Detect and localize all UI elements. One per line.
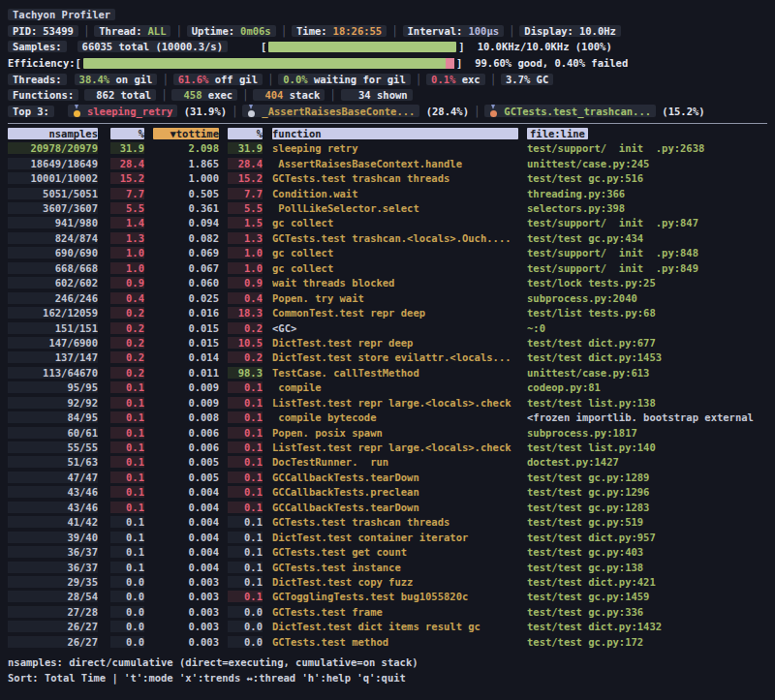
file-line-cell: test/support/__init__.py:849 (527, 262, 767, 274)
column-header-total-pct[interactable]: % (228, 128, 263, 139)
stat-segment: 404 stack (253, 89, 325, 101)
samples-progress-bar (268, 42, 456, 52)
total-pct-cell: 0.4 (228, 292, 263, 304)
nsamples-cell: 60/61 (8, 427, 98, 439)
top3-percent: (15.2%) (656, 106, 705, 117)
table-row: 28/540.00.0030.1GCTogglingTests.test_bug… (0, 590, 775, 604)
direct-pct-cell: 0.0 (110, 621, 144, 632)
direct-pct-cell: 0.1 (110, 546, 144, 558)
function-cell: GCTests.test_method (272, 636, 518, 648)
column-header-function[interactable]: function (272, 128, 518, 139)
top3-percent: (31.9%) (177, 106, 227, 117)
total-pct-cell: 10.5 (228, 337, 263, 349)
total-pct-cell: 31.9 (228, 142, 263, 154)
stat-text: off gil (208, 74, 258, 85)
nsamples-cell: 151/151 (8, 322, 98, 334)
nsamples-cell: 690/690 (8, 247, 98, 259)
medal-gold-icon (73, 105, 81, 117)
samples-rate: 10.0KHz/10.0KHz (100%) (478, 41, 612, 52)
total-pct-cell: 1.0 (228, 247, 263, 259)
interval-value: 100µs (468, 25, 499, 37)
nsamples-cell: 95/95 (8, 381, 98, 393)
function-cell: Condition.wait (272, 188, 518, 199)
function-cell: GCTests.test_trashcan_threads (272, 172, 518, 184)
efficiency-line: Efficiency: [ ] 99.60% good, 0.40% faile… (8, 55, 767, 72)
total-pct-cell: 15.2 (228, 172, 263, 184)
total-pct-cell: 0.2 (228, 322, 263, 334)
stat-segment: 862 total (84, 89, 156, 101)
stat-text: shown (371, 89, 408, 101)
table-row: 26/270.00.0030.0GCTests.test_methodtest/… (0, 634, 775, 649)
nsamples-cell: 137/147 (8, 351, 98, 363)
total-pct-cell: 0.1 (228, 397, 263, 409)
tottime-cell: 2.098 (153, 142, 219, 154)
nsamples-cell: 941/980 (8, 217, 98, 228)
file-line-cell: test/test_gc.py:519 (527, 516, 767, 528)
table-row: 26/270.00.0030.0DictTest.test_dict_items… (0, 620, 775, 634)
app-title: Tachyon Profiler (8, 9, 115, 20)
stat-text: exec (202, 89, 232, 101)
file-line-cell: test/test_dict.py:421 (527, 576, 767, 588)
tottime-cell: 0.016 (153, 307, 219, 319)
direct-pct-cell: 1.0 (110, 247, 144, 259)
separator: │ (416, 74, 421, 85)
file-line-cell: <frozen importlib._bootstrap_external (527, 411, 767, 423)
function-cell: DictTest.test_store_evilattr.<locals... (272, 351, 518, 363)
direct-pct-cell: 0.1 (110, 397, 144, 409)
functions-segments: 862 total│458 exec│404 stack│34 shown (84, 89, 412, 101)
horizontal-divider (8, 123, 767, 124)
medal-silver-icon (247, 105, 256, 117)
column-header-file-line[interactable]: file:line (527, 128, 767, 139)
footer-legend: nsamples: direct/cumulative (direct=exec… (8, 654, 775, 670)
separator: │ (281, 25, 287, 37)
threads-line: Threads: 38.4% on gil│61.6% off gil│0.0%… (8, 71, 767, 87)
separator: │ (232, 106, 237, 117)
nsamples-cell: 92/92 (8, 397, 98, 409)
samples-label: Samples: (8, 41, 67, 52)
total-pct-cell: 0.0 (228, 606, 263, 618)
function-cell: DictTest.test_dict_items_result_gc (272, 621, 518, 632)
file-line-cell: test/support/__init__.py:847 (527, 217, 767, 228)
nsamples-cell: 162/12059 (8, 307, 98, 319)
tottime-cell: 0.505 (153, 188, 219, 199)
top3-items: sleeping_retry (31.9%)│_AssertRaisesBase… (68, 105, 705, 117)
file-line-cell: test/test_dict.py:1432 (527, 621, 767, 632)
total-pct-cell: 7.7 (228, 188, 263, 199)
efficiency-summary: 99.60% good, 0.40% failed (475, 57, 628, 69)
efficiency-progress-bar (83, 58, 454, 69)
pid-value: 53499 (43, 25, 74, 37)
table-row: 113/646700.20.01198.3TestCase._callTestM… (0, 365, 775, 380)
table-row: 137/1470.20.0140.2DictTest.test_store_ev… (0, 350, 775, 365)
total-pct-cell: 0.1 (228, 546, 263, 558)
functions-line: Functions: 862 total│458 exec│404 stack│… (8, 87, 767, 104)
function-cell: DocTestRunner.__run (272, 456, 518, 468)
function-cell: gc_collect (272, 217, 518, 228)
file-line-cell: test/lock_tests.py:25 (527, 277, 767, 289)
thread-field[interactable]: Thread:ALL (94, 25, 170, 37)
file-line-cell: test/test_gc.py:138 (527, 562, 767, 573)
table-row: 92/920.10.0090.1ListTest.test_repr_large… (0, 395, 775, 410)
table-row: 29/350.00.0030.1DictTest.test_copy_fuzzt… (0, 574, 775, 589)
separator: │ (509, 25, 514, 37)
direct-pct-cell: 0.0 (110, 591, 144, 602)
function-cell: <GC> (272, 322, 518, 334)
column-header-direct-pct[interactable]: % (110, 128, 144, 139)
top3-function-name: sleeping_retry (87, 106, 173, 117)
direct-pct-cell: 0.2 (110, 322, 144, 334)
tottime-cell: 0.004 (153, 502, 219, 513)
function-cell: DictTest.test_repr_deep (272, 337, 518, 349)
threads-label: Threads: (8, 74, 67, 85)
total-pct-cell: 0.1 (228, 532, 263, 543)
column-header-nsamples[interactable]: nsamples (8, 128, 98, 139)
summary-panel: Tachyon Profiler PID:53499 │ Thread:ALL … (0, 0, 775, 119)
function-cell: GCCallbackTests.preclean (272, 486, 518, 498)
direct-pct-cell: 1.0 (110, 262, 144, 274)
stat-segment: 3.7% GC (501, 74, 553, 85)
stat-text: GC (530, 74, 548, 85)
tottime-cell: 1.865 (153, 158, 219, 169)
tottime-cell: 0.005 (153, 456, 219, 468)
direct-pct-cell: 0.1 (110, 456, 144, 468)
stat-value: 0.1% (431, 74, 455, 85)
column-header-tottime-sorted[interactable]: ▼tottime (153, 128, 219, 139)
table-row: 43/460.10.0040.1GCCallbackTests.preclean… (0, 485, 775, 500)
